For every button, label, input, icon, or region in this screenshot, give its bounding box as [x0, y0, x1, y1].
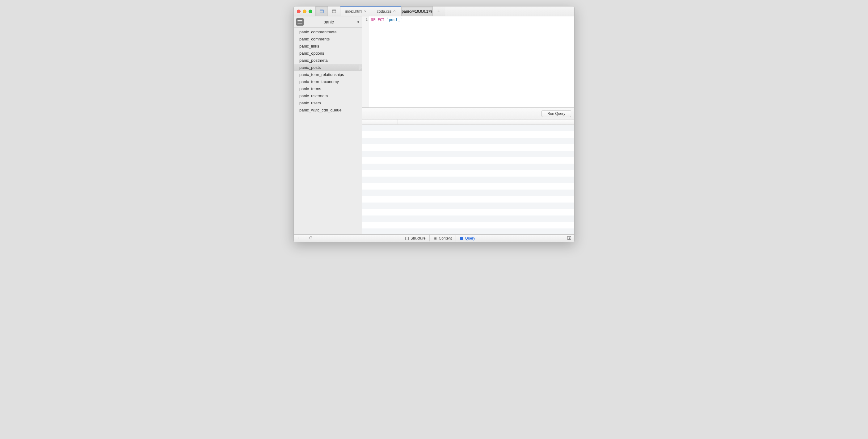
run-bar: Run Query — [362, 108, 574, 120]
database-name: panic — [306, 20, 354, 24]
table-item[interactable]: panic_postmeta — [294, 57, 362, 64]
result-row — [362, 209, 574, 215]
collapse-panel-icon — [567, 236, 571, 240]
svg-rect-2 — [332, 10, 336, 13]
content-icon — [433, 236, 437, 240]
sql-editor[interactable]: 1 SELECT `post_` — [362, 16, 574, 108]
database-icon — [296, 18, 304, 26]
svg-rect-1 — [320, 10, 323, 10]
sql-text: `post_` — [384, 18, 402, 22]
table-item[interactable]: panic_usermeta — [294, 92, 362, 99]
sql-keyword: SELECT — [371, 18, 384, 22]
svg-rect-10 — [567, 236, 571, 240]
table-item[interactable]: panic_links — [294, 43, 362, 50]
tab-bar-spacer — [445, 6, 574, 16]
remove-button[interactable]: − — [303, 236, 306, 241]
dirty-indicator-icon — [364, 10, 366, 12]
table-item[interactable]: panic_terms — [294, 85, 362, 92]
result-row — [362, 215, 574, 222]
code-area[interactable]: SELECT `post_` — [369, 16, 574, 107]
result-row — [362, 183, 574, 190]
svg-rect-4 — [406, 237, 409, 240]
result-row — [362, 177, 574, 183]
database-selector[interactable]: panic ▲▼ — [294, 16, 362, 28]
result-row — [362, 151, 574, 157]
main-panel: 1 SELECT `post_` Run Query — [362, 16, 574, 234]
query-label: Query — [465, 236, 475, 240]
minimize-window-button[interactable] — [303, 9, 306, 13]
footer-bar: + − Structure Content — [294, 234, 574, 242]
table-item[interactable]: panic_w3tc_cdn_queue — [294, 106, 362, 113]
results-grid — [362, 120, 574, 234]
result-row — [362, 157, 574, 164]
content-label: Content — [439, 236, 452, 240]
table-item[interactable]: panic_term_taxonomy — [294, 78, 362, 85]
close-window-button[interactable] — [297, 9, 301, 13]
result-row — [362, 203, 574, 209]
result-row — [362, 229, 574, 234]
query-tab[interactable]: Query — [456, 235, 479, 241]
svg-rect-8 — [434, 237, 436, 240]
tab-0[interactable]: index.html — [340, 6, 371, 16]
app-window: index.htmlcoda.csspanic@10.0.0.179 + pan… — [293, 6, 575, 242]
dirty-indicator-icon — [394, 10, 395, 12]
svg-rect-9 — [460, 237, 463, 240]
table-item[interactable]: panic_options — [294, 50, 362, 57]
tab-label: index.html — [345, 9, 362, 13]
titlebar: index.htmlcoda.csspanic@10.0.0.179 + — [294, 6, 574, 16]
add-button[interactable]: + — [297, 236, 299, 241]
result-row — [362, 144, 574, 151]
tab-label: panic@10.0.0.179 — [402, 9, 432, 13]
new-tab-button[interactable]: + — [433, 6, 445, 16]
refresh-icon — [309, 236, 313, 240]
result-row — [362, 222, 574, 229]
mode-toggle — [315, 6, 340, 16]
result-row — [362, 125, 574, 131]
line-gutter: 1 — [362, 16, 369, 107]
structure-tab[interactable]: Structure — [401, 235, 429, 241]
files-mode-button[interactable] — [328, 6, 340, 16]
tab-1[interactable]: coda.css — [371, 6, 402, 16]
sites-mode-button[interactable] — [316, 6, 328, 16]
footer-actions: + − — [294, 236, 316, 241]
tab-label: coda.css — [377, 9, 391, 13]
sidebar: panic ▲▼ panic_commentmetapanic_comments… — [294, 16, 362, 234]
tab-2[interactable]: panic@10.0.0.179 — [402, 6, 433, 16]
table-item[interactable]: panic_users — [294, 99, 362, 106]
results-header — [362, 120, 574, 125]
zoom-window-button[interactable] — [309, 9, 312, 13]
result-row — [362, 138, 574, 144]
run-query-button[interactable]: Run Query — [541, 110, 571, 117]
query-icon — [460, 236, 464, 240]
panel-icon — [332, 9, 336, 13]
content-tab[interactable]: Content — [429, 235, 456, 241]
structure-label: Structure — [410, 236, 426, 240]
refresh-button[interactable] — [309, 236, 313, 241]
footer-view-tabs: Structure Content Query — [316, 235, 564, 241]
table-list: panic_commentmetapanic_commentspanic_lin… — [294, 28, 362, 234]
table-item[interactable]: panic_commentmeta — [294, 28, 362, 35]
result-row — [362, 164, 574, 170]
tab-bar: index.htmlcoda.csspanic@10.0.0.179 — [340, 6, 433, 16]
window-controls — [294, 6, 315, 16]
result-row — [362, 170, 574, 177]
toggle-panel-button[interactable] — [564, 236, 574, 241]
result-row — [362, 131, 574, 138]
line-number: 1 — [362, 18, 368, 22]
result-row — [362, 190, 574, 196]
sort-chevrons-icon: ▲▼ — [357, 21, 360, 24]
result-row — [362, 196, 574, 203]
table-item[interactable]: panic_posts — [294, 64, 362, 71]
table-item[interactable]: panic_comments — [294, 35, 362, 43]
structure-icon — [405, 236, 409, 240]
table-item[interactable]: panic_term_relationships — [294, 71, 362, 78]
window-icon — [320, 9, 324, 13]
